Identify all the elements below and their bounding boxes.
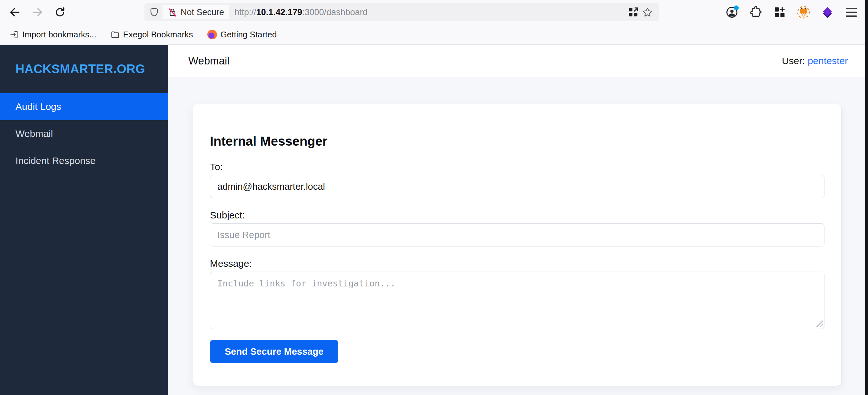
site-logo: HACKSMARTER.ORG — [0, 45, 168, 93]
url-text: http://10.1.42.179:3000/dashboard — [235, 7, 368, 18]
bookmark-label: Import bookmarks... — [22, 30, 96, 40]
sidebar-item-webmail[interactable]: Webmail — [0, 120, 168, 147]
site-identity-chip[interactable]: Not Secure — [162, 5, 229, 19]
back-arrow-icon — [9, 6, 21, 19]
message-label: Message: — [210, 258, 825, 269]
folder-icon — [111, 30, 120, 39]
import-icon — [10, 30, 19, 39]
bookmark-getting-started[interactable]: Getting Started — [207, 30, 277, 40]
fox-icon — [797, 5, 810, 19]
subject-input[interactable] — [210, 223, 825, 246]
page-viewport: HACKSMARTER.ORG Audit Logs Webmail Incid… — [0, 45, 868, 395]
username-link[interactable]: pentester — [808, 56, 848, 66]
hamburger-icon — [846, 8, 857, 9]
security-label: Not Secure — [181, 7, 224, 18]
bookmark-star-button[interactable] — [640, 5, 655, 19]
menu-button[interactable] — [844, 5, 858, 19]
back-button[interactable] — [8, 5, 22, 19]
bookmarks-bar: Import bookmarks... Exegol Bookmarks Get… — [0, 25, 868, 45]
puzzle-piece-icon — [749, 6, 762, 19]
subject-label: Subject: — [210, 210, 825, 221]
content-area: Internal Messenger To: Subject: Message:… — [168, 77, 868, 395]
user-indicator: User: pentester — [782, 56, 848, 66]
extensions-button[interactable] — [749, 5, 763, 19]
bookmark-label: Getting Started — [221, 30, 277, 40]
to-input[interactable] — [210, 175, 825, 198]
page-title: Webmail — [188, 55, 229, 67]
grid-plus-icon — [774, 6, 786, 19]
bookmark-folder-exegol[interactable]: Exegol Bookmarks — [111, 30, 193, 40]
messenger-card: Internal Messenger To: Subject: Message:… — [193, 104, 842, 386]
forward-button[interactable] — [30, 5, 44, 19]
sidebar: HACKSMARTER.ORG Audit Logs Webmail Incid… — [0, 45, 168, 395]
bookmark-import[interactable]: Import bookmarks... — [10, 30, 96, 40]
sidebar-item-audit-logs[interactable]: Audit Logs — [0, 93, 168, 120]
message-textarea[interactable] — [210, 272, 825, 329]
grid-arrow-icon — [628, 7, 639, 18]
gem-extension-button[interactable] — [820, 5, 834, 19]
account-notification-badge — [734, 5, 739, 10]
bookmark-label: Exegol Bookmarks — [123, 30, 193, 40]
firefox-icon — [207, 30, 217, 39]
account-button[interactable] — [725, 5, 739, 19]
sidebar-item-incident-response[interactable]: Incident Response — [0, 147, 168, 174]
main-area: Webmail User: pentester Internal Messeng… — [168, 45, 868, 395]
shield-permissions-icon[interactable] — [149, 6, 159, 18]
fox-extension-button[interactable] — [797, 5, 811, 19]
gem-icon — [820, 5, 834, 19]
browser-toolbar: Not Secure http://10.1.42.179:3000/dashb… — [0, 0, 868, 25]
page-header: Webmail User: pentester — [168, 45, 868, 77]
screen-edge-strip — [865, 0, 868, 395]
insecure-lock-icon — [168, 7, 177, 18]
star-icon — [642, 7, 653, 18]
toolbar-extensions-area — [725, 5, 858, 19]
forward-arrow-icon — [31, 6, 43, 19]
send-secure-message-button[interactable]: Send Secure Message — [210, 340, 338, 363]
grid-plus-extension-button[interactable] — [773, 5, 787, 19]
to-label: To: — [210, 161, 825, 172]
page-action-grid-arrow-icon[interactable] — [626, 5, 640, 19]
reload-button[interactable] — [53, 5, 67, 19]
url-bar[interactable]: Not Secure http://10.1.42.179:3000/dashb… — [145, 3, 659, 21]
reload-icon — [54, 6, 66, 18]
card-title: Internal Messenger — [210, 133, 825, 149]
